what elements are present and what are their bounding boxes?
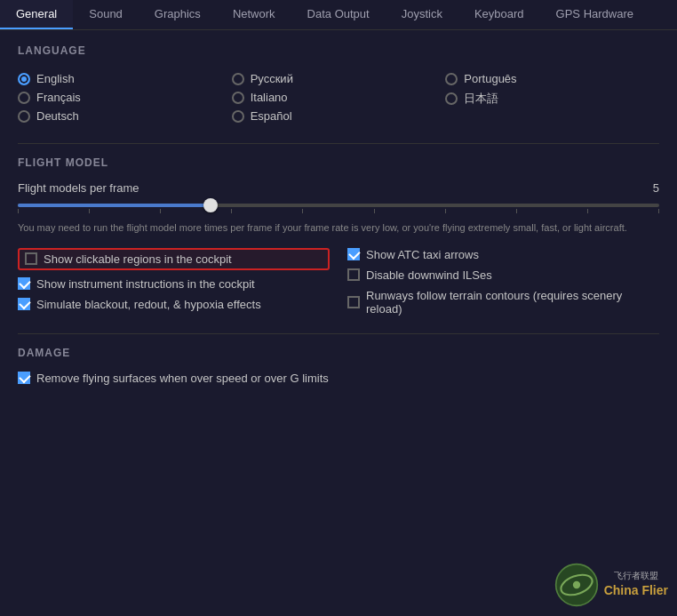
tab-joystick[interactable]: Joystick (386, 0, 458, 29)
checkbox-box-show-instrument (18, 277, 30, 290)
checkbox-box-simulate-blackout (18, 298, 30, 310)
radio-circle-japanese (445, 92, 458, 105)
checkbox-runways-follow[interactable]: Runways follow terrain contours (require… (347, 289, 659, 316)
tab-data-output[interactable]: Data Output (291, 0, 386, 29)
checkbox-box-show-atc (347, 248, 360, 260)
radio-label-english: English (36, 72, 75, 85)
checkbox-label-show-atc: Show ATC taxi arrows (366, 248, 479, 261)
tab-bar: GeneralSoundGraphicsNetworkData OutputJo… (0, 0, 677, 30)
language-grid: English Français Deutsch Русский Italian… (18, 69, 659, 125)
radio-label-russian: Русский (251, 72, 293, 85)
flight-model-slider-container[interactable] (18, 204, 659, 213)
checkbox-box-remove-flying (18, 372, 30, 384)
checkbox-show-instrument[interactable]: Show instrument instructions in the cock… (18, 277, 330, 291)
flight-model-value: 5 (653, 181, 659, 195)
language-col-2: Русский Italiano Español (232, 69, 446, 125)
checkboxes-grid: Show clickable regions in the cockpit Sh… (18, 248, 659, 316)
slider-fill (18, 204, 211, 207)
radio-russian[interactable]: Русский (232, 69, 446, 88)
language-col-3: Português 日本語 (445, 69, 659, 125)
language-col-1: English Français Deutsch (18, 69, 232, 125)
damage-section-title: DAMAGE (18, 347, 659, 359)
radio-circle-deutsch (18, 110, 30, 123)
radio-english[interactable]: English (18, 69, 232, 88)
checkbox-box-show-clickable (25, 252, 37, 265)
checkbox-show-clickable[interactable]: Show clickable regions in the cockpit (18, 248, 330, 270)
checkbox-label-remove-flying: Remove flying surfaces when over speed o… (36, 372, 329, 385)
radio-francais[interactable]: Français (18, 88, 232, 107)
radio-portuguese[interactable]: Português (445, 69, 659, 88)
checkbox-remove-flying[interactable]: Remove flying surfaces when over speed o… (18, 372, 659, 385)
radio-label-espanol: Español (251, 109, 292, 123)
radio-circle-espanol (232, 110, 244, 123)
tab-graphics[interactable]: Graphics (139, 0, 217, 29)
checkbox-label-disable-downwind: Disable downwind ILSes (366, 268, 492, 282)
watermark: 飞行者联盟 China Flier (554, 563, 668, 607)
checkbox-disable-downwind[interactable]: Disable downwind ILSes (347, 268, 659, 282)
slider-track (18, 204, 659, 207)
flight-model-section-title: FLIGHT MODEL (18, 156, 659, 169)
radio-circle-italiano (232, 92, 244, 104)
radio-circle-portuguese (445, 73, 458, 85)
checkbox-label-runways-follow: Runways follow terrain contours (require… (366, 289, 659, 316)
tab-gps-hardware[interactable]: GPS Hardware (540, 0, 649, 29)
radio-espanol[interactable]: Español (232, 107, 446, 125)
tab-general[interactable]: General (0, 0, 73, 29)
checkbox-label-show-clickable: Show clickable regions in the cockpit (44, 252, 232, 266)
checkbox-label-simulate-blackout: Simulate blackout, redout, & hypoxia eff… (36, 298, 261, 311)
divider-2 (18, 333, 659, 334)
watermark-site: China Flier (604, 582, 668, 600)
checkbox-label-show-instrument: Show instrument instructions in the cock… (36, 277, 255, 291)
tab-network[interactable]: Network (217, 0, 291, 29)
watermark-subtitle: 飞行者联盟 (604, 570, 668, 582)
checkbox-simulate-blackout[interactable]: Simulate blackout, redout, & hypoxia eff… (18, 298, 330, 311)
radio-label-japanese: 日本語 (464, 91, 498, 107)
svg-point-2 (572, 581, 579, 588)
language-section-title: LANGUAGE (18, 44, 659, 57)
checkbox-col-right: Show ATC taxi arrows Disable downwind IL… (347, 248, 659, 316)
checkbox-box-runways-follow (347, 296, 360, 308)
radio-label-italiano: Italiano (251, 91, 288, 104)
main-content: LANGUAGE English Français Deutsch Русски… (0, 30, 677, 399)
slider-note: You may need to run the flight model mor… (18, 220, 659, 236)
checkbox-show-atc[interactable]: Show ATC taxi arrows (347, 248, 659, 261)
slider-ticks (18, 209, 659, 213)
radio-label-deutsch: Deutsch (36, 109, 79, 123)
radio-label-portuguese: Português (464, 72, 516, 85)
slider-thumb[interactable] (203, 198, 218, 212)
watermark-text: 飞行者联盟 China Flier (604, 570, 668, 600)
flight-model-header: Flight models per frame 5 (18, 181, 659, 195)
watermark-logo (554, 563, 599, 607)
flight-model-label: Flight models per frame (18, 181, 139, 195)
damage-section: DAMAGE Remove flying surfaces when over … (18, 347, 659, 385)
checkbox-box-disable-downwind (347, 268, 360, 281)
radio-circle-russian (232, 73, 244, 85)
radio-japanese[interactable]: 日本語 (445, 88, 659, 109)
checkbox-col-left: Show clickable regions in the cockpit Sh… (18, 248, 330, 316)
radio-deutsch[interactable]: Deutsch (18, 107, 232, 125)
divider-1 (18, 143, 659, 144)
tab-keyboard[interactable]: Keyboard (458, 0, 540, 29)
tab-sound[interactable]: Sound (73, 0, 139, 29)
radio-italiano[interactable]: Italiano (232, 88, 446, 107)
radio-circle-english (18, 73, 30, 85)
radio-label-francais: Français (36, 91, 81, 104)
radio-circle-francais (18, 92, 30, 104)
